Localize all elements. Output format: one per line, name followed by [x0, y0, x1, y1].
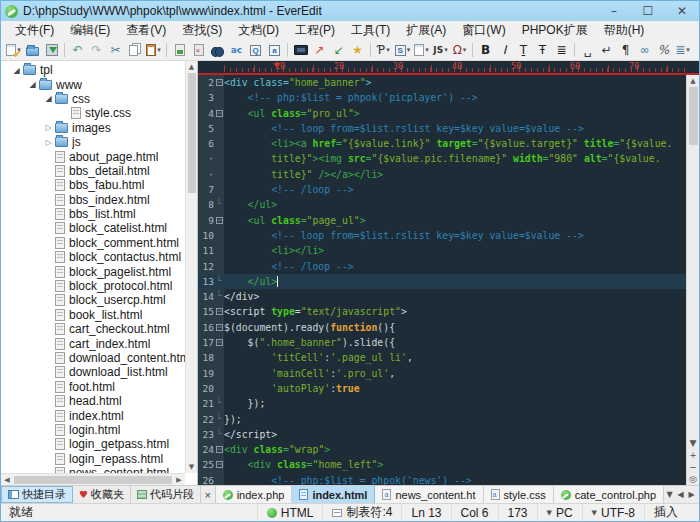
- undo-button[interactable]: ↶: [69, 42, 86, 59]
- fold-collapse-icon[interactable]: –: [214, 304, 224, 319]
- maximize-button[interactable]: ☐: [631, 1, 665, 21]
- code-line-22[interactable]: 22└});: [198, 412, 686, 427]
- tree-item-index.html[interactable]: index.html: [1, 408, 197, 422]
- tree-item-block_pagelist.html[interactable]: block_pagelist.html: [1, 264, 197, 278]
- code-line-7[interactable]: 7<!-- /loop -->: [198, 182, 686, 197]
- menu-item[interactable]: 查找(S): [174, 21, 230, 40]
- tree-item-login.html[interactable]: login.html: [1, 423, 197, 437]
- doc-tab-cate_control.php[interactable]: cate_control.php: [554, 486, 664, 503]
- tree-item-cart_checkout.html[interactable]: cart_checkout.html: [1, 322, 197, 336]
- code-line-9[interactable]: 9–<ul class="page_ul">: [198, 213, 686, 228]
- tab-scroll-left-icon[interactable]: ◀: [675, 490, 686, 499]
- code-line-23[interactable]: 23└</script>: [198, 427, 686, 442]
- code-line-24[interactable]: 24–<div class="wrap">: [198, 442, 686, 457]
- cut-button[interactable]: ✂: [107, 42, 124, 59]
- code-line-13[interactable]: 13└</ul>: [198, 274, 686, 289]
- fold-collapse-icon[interactable]: –: [214, 75, 224, 90]
- copy-button[interactable]: [126, 42, 143, 59]
- tree-vertical-scrollbar[interactable]: ▲ ▼: [185, 61, 197, 473]
- dropdown-icon[interactable]: ▾: [463, 46, 467, 54]
- dropdown-icon[interactable]: ▾: [444, 46, 448, 54]
- code-line-14[interactable]: 14└</div>: [198, 289, 686, 304]
- tree-hscroll-thumb[interactable]: [14, 476, 172, 484]
- tree-item-css[interactable]: ◢css: [1, 92, 197, 106]
- tree-expand-icon[interactable]: ◢: [27, 80, 38, 89]
- panel-tab-收藏夹[interactable]: ♥收藏夹: [73, 486, 131, 503]
- doc-tab-index.php[interactable]: index.php: [216, 486, 293, 503]
- tree-item-block_comment.html[interactable]: block_comment.html: [1, 236, 197, 250]
- favorites-button[interactable]: ★: [349, 42, 366, 59]
- tab-scroll-right-icon[interactable]: ▶: [686, 490, 697, 499]
- code-line-18[interactable]: 18'titCell':'.page_ul li',: [198, 350, 686, 365]
- jump-forward-button[interactable]: ↗: [311, 42, 328, 59]
- code-line-25[interactable]: 25–<div class="home_left">: [198, 457, 686, 472]
- menu-item[interactable]: 文件(F): [7, 21, 62, 40]
- menu-item[interactable]: 工程(P): [287, 21, 343, 40]
- code-line-19[interactable]: 19'mainCell':'.pro_ul',: [198, 366, 686, 381]
- code-line-15[interactable]: 15–<script type="text/javascript">: [198, 304, 686, 319]
- code-line-16[interactable]: 16–$(document).ready(function(){: [198, 320, 686, 335]
- scroll-up-icon[interactable]: ▲: [189, 61, 194, 73]
- snippet-button[interactable]: S▾: [394, 42, 411, 59]
- fold-collapse-icon[interactable]: –: [214, 320, 224, 335]
- status-encoding-select[interactable]: ▼ UTF-8: [582, 504, 644, 521]
- tree-item-book_list.html[interactable]: book_list.html: [1, 308, 197, 322]
- hyperlink-button[interactable]: ∞: [636, 42, 653, 59]
- status-eol-select[interactable]: ▼ PC: [537, 504, 582, 521]
- tree-expand-icon[interactable]: ◢: [11, 66, 22, 75]
- code-area[interactable]: 2–<div class="home_banner">3<!-- php:$li…: [198, 75, 686, 485]
- menu-item[interactable]: 窗口(W): [454, 21, 513, 40]
- dropdown-icon[interactable]: ▾: [686, 46, 690, 54]
- doc-tab-news_content.ht[interactable]: news_content.ht: [375, 486, 483, 503]
- tree-item-download_content.html[interactable]: download_content.html: [1, 351, 197, 365]
- code-line-·[interactable]: ·title}" /></a></li>: [198, 167, 686, 182]
- list-button[interactable]: ≣▾: [674, 42, 691, 59]
- close-document-button[interactable]: [190, 42, 207, 59]
- tree-expand-icon[interactable]: ▷: [43, 123, 54, 132]
- code-line-11[interactable]: 11<li></li>: [198, 243, 686, 258]
- tree-item-download_list.html[interactable]: download_list.html: [1, 365, 197, 379]
- jump-back-button[interactable]: ↙: [330, 42, 347, 59]
- tree-item-foot.html[interactable]: foot.html: [1, 380, 197, 394]
- show-pilcrow-button[interactable]: ¶: [617, 42, 634, 59]
- tree-item-block_protocol.html[interactable]: block_protocol.html: [1, 279, 197, 293]
- macro-button[interactable]: Ƥ▾: [375, 42, 392, 59]
- code-line-8[interactable]: 8└</ul>: [198, 197, 686, 212]
- new-file-button[interactable]: ▾: [5, 42, 22, 59]
- tree-vscroll-thumb[interactable]: [188, 73, 196, 193]
- code-editor[interactable]: 10203040506070 2–<div class="home_banner…: [198, 61, 699, 485]
- fold-collapse-icon[interactable]: –: [214, 335, 224, 350]
- zoom-in-icon[interactable]: +: [689, 449, 697, 461]
- tree-item-login_repass.html[interactable]: login_repass.html: [1, 452, 197, 466]
- scroll-right-icon[interactable]: ▶: [173, 476, 185, 484]
- tree-item-tpl[interactable]: ◢tpl: [1, 63, 197, 77]
- code-line-3[interactable]: 3<!-- php:$list = phpok('picplayer') -->: [198, 90, 686, 105]
- zoom-out-icon[interactable]: −: [689, 461, 697, 473]
- tree-horizontal-scrollbar[interactable]: ◀ ▶: [1, 473, 185, 485]
- menu-item[interactable]: 工具(T): [343, 21, 398, 40]
- tree-item-images[interactable]: ▷images: [1, 121, 197, 135]
- print-button[interactable]: [171, 42, 188, 59]
- tree-item-block_usercp.html[interactable]: block_usercp.html: [1, 293, 197, 307]
- menu-item[interactable]: 扩展(A): [398, 21, 454, 40]
- code-line-12[interactable]: 12<!-- /loop -->: [198, 259, 686, 274]
- bold-button[interactable]: B: [477, 42, 494, 59]
- doc-tab-style.css[interactable]: style.css: [484, 486, 554, 503]
- show-linebreak-button[interactable]: ↵: [598, 42, 615, 59]
- tree-item-login_getpass.html[interactable]: login_getpass.html: [1, 437, 197, 451]
- find-button[interactable]: [209, 42, 226, 59]
- scroll-down-icon[interactable]: ▼: [690, 437, 697, 449]
- code-line-26[interactable]: 26<!-- php:$list = phpok('news') -->: [198, 473, 686, 485]
- code-line-6[interactable]: 6<li><a href="{$value.link}" target="{$v…: [198, 136, 686, 151]
- code-line-·[interactable]: ·title}"><img src="{$value.pic.filename}…: [198, 151, 686, 166]
- editor-scroll-thumb[interactable]: [689, 87, 698, 145]
- tree-item-bbs_fabu.html[interactable]: bbs_fabu.html: [1, 178, 197, 192]
- tree-item-cart_index.html[interactable]: cart_index.html: [1, 336, 197, 350]
- menu-item[interactable]: 查看(V): [118, 21, 174, 40]
- tree-item-bbs_index.html[interactable]: bbs_index.html: [1, 193, 197, 207]
- dropdown-icon[interactable]: ▾: [386, 46, 390, 54]
- close-button[interactable]: ✕: [665, 1, 699, 21]
- tree-item-style.css[interactable]: style.css: [1, 106, 197, 120]
- scroll-down-icon[interactable]: ▼: [189, 461, 194, 473]
- js-tools-button[interactable]: JS▾: [432, 42, 449, 59]
